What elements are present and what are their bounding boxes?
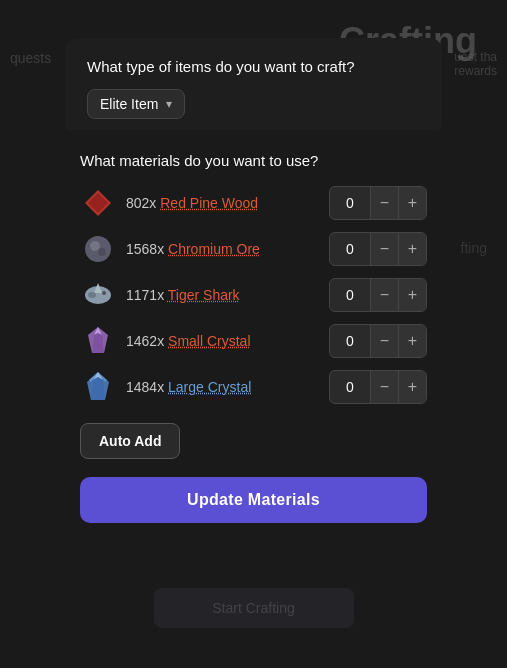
quantity-value: 0 (330, 281, 370, 309)
material-name[interactable]: Small Crystal (168, 333, 250, 349)
item-type-modal: What type of items do you want to craft?… (65, 38, 442, 135)
decrement-button[interactable]: − (370, 279, 398, 311)
decrement-button[interactable]: − (370, 187, 398, 219)
quantity-control: 0 − + (329, 186, 427, 220)
decrement-button[interactable]: − (370, 233, 398, 265)
item-type-question: What type of items do you want to craft? (87, 58, 420, 75)
increment-button[interactable]: + (398, 325, 426, 357)
quantity-control: 0 − + (329, 370, 427, 404)
material-quantity: 1484x (126, 379, 168, 395)
material-name[interactable]: Red Pine Wood (160, 195, 258, 211)
table-row: 1171x Tiger Shark 0 − + (80, 277, 427, 313)
small-crystal-icon (80, 323, 116, 359)
update-materials-button[interactable]: Update Materials (80, 477, 427, 523)
red-pine-wood-icon (80, 185, 116, 221)
material-name[interactable]: Tiger Shark (168, 287, 240, 303)
item-type-select[interactable]: Elite Item ▾ (87, 89, 185, 119)
table-row: 802x Red Pine Wood 0 − + (80, 185, 427, 221)
quantity-value: 0 (330, 235, 370, 263)
decrement-button[interactable]: − (370, 325, 398, 357)
svg-point-4 (98, 248, 106, 256)
material-name[interactable]: Large Crystal (168, 379, 251, 395)
item-type-value: Elite Item (100, 96, 158, 112)
chromium-ore-icon (80, 231, 116, 267)
material-info: 1462x Small Crystal (126, 333, 319, 349)
table-row: 1484x Large Crystal 0 − + (80, 369, 427, 405)
svg-point-7 (88, 292, 96, 298)
materials-modal: What materials do you want to use? 802x … (62, 130, 445, 545)
tiger-shark-icon (80, 277, 116, 313)
quantity-value: 0 (330, 373, 370, 401)
quantity-value: 0 (330, 189, 370, 217)
material-quantity: 1171x (126, 287, 168, 303)
material-info: 1171x Tiger Shark (126, 287, 319, 303)
material-name[interactable]: Chromium Ore (168, 241, 260, 257)
svg-point-8 (102, 291, 106, 295)
table-row: 1462x Small Crystal 0 − + (80, 323, 427, 359)
increment-button[interactable]: + (398, 233, 426, 265)
quantity-control: 0 − + (329, 278, 427, 312)
material-info: 1568x Chromium Ore (126, 241, 319, 257)
svg-marker-1 (88, 193, 108, 213)
auto-add-button[interactable]: Auto Add (80, 423, 180, 459)
table-row: 1568x Chromium Ore 0 − + (80, 231, 427, 267)
material-quantity: 1568x (126, 241, 168, 257)
material-info: 1484x Large Crystal (126, 379, 319, 395)
material-quantity: 802x (126, 195, 160, 211)
material-list: 802x Red Pine Wood 0 − + 1568x Chromium … (80, 185, 427, 405)
increment-button[interactable]: + (398, 371, 426, 403)
decrement-button[interactable]: − (370, 371, 398, 403)
increment-button[interactable]: + (398, 187, 426, 219)
svg-point-3 (90, 241, 100, 251)
svg-marker-14 (91, 377, 105, 400)
quantity-value: 0 (330, 327, 370, 355)
quantity-control: 0 − + (329, 324, 427, 358)
large-crystal-icon (80, 369, 116, 405)
quantity-control: 0 − + (329, 232, 427, 266)
chevron-down-icon: ▾ (166, 97, 172, 111)
material-quantity: 1462x (126, 333, 168, 349)
materials-question: What materials do you want to use? (80, 152, 427, 169)
increment-button[interactable]: + (398, 279, 426, 311)
material-info: 802x Red Pine Wood (126, 195, 319, 211)
